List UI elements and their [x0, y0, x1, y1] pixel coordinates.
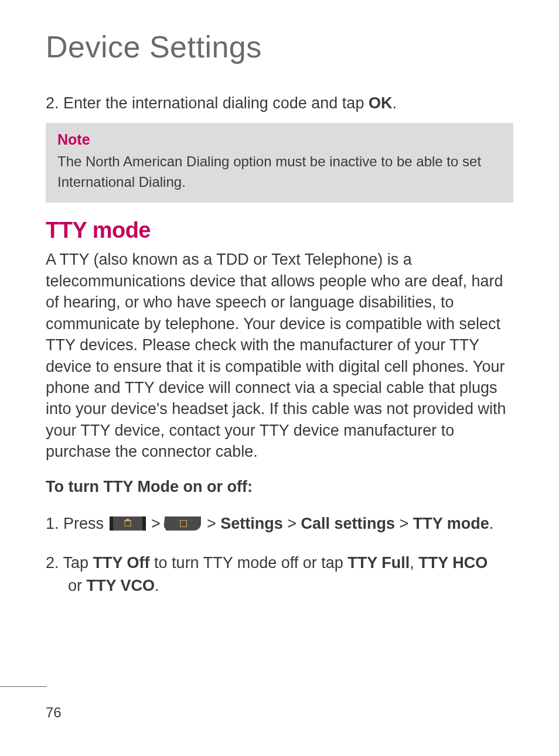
step-2-t2: to turn TTY mode off or tap — [150, 554, 348, 572]
tty-body-text: A TTY (also known as a TDD or Text Telep… — [46, 249, 513, 462]
footer-divider — [0, 686, 47, 687]
step-2-tty-full: TTY Full — [347, 554, 410, 572]
section-heading-tty: TTY mode — [46, 218, 513, 243]
intro-step: 2. Enter the international dialing code … — [46, 93, 513, 115]
step-1-sep1: > — [151, 515, 165, 532]
step-2-t4: or — [68, 577, 87, 594]
step-1-press: Press — [59, 515, 108, 532]
note-body: The North American Dialing option must b… — [57, 152, 502, 193]
step-2-number: 2. — [46, 554, 59, 572]
step-1-number: 1. — [46, 515, 59, 532]
step-2-t3: , — [410, 554, 418, 572]
intro-step-number: 2. — [46, 94, 59, 112]
step-1-sep3: > — [283, 515, 301, 532]
step-2: 2. Tap TTY Off to turn TTY mode off or t… — [46, 552, 513, 597]
note-box: Note The North American Dialing option m… — [46, 123, 513, 203]
step-1-sep2: > — [207, 515, 220, 532]
intro-step-after: . — [392, 94, 397, 112]
step-2-t5: . — [155, 577, 159, 594]
step-1-end: . — [489, 515, 494, 532]
step-1: 1. Press > > Settings > Call settings > … — [46, 512, 513, 535]
sub-heading-tty-toggle: To turn TTY Mode on or off: — [46, 478, 513, 496]
step-2-t1: Tap — [59, 554, 93, 572]
menu-key-icon — [166, 516, 201, 531]
note-title: Note — [57, 131, 502, 148]
step-1-call-settings: Call settings — [301, 515, 395, 532]
step-1-tty-mode: TTY mode — [413, 515, 489, 532]
step-1-settings: Settings — [220, 515, 283, 532]
intro-step-bold: OK — [369, 94, 393, 112]
page-title: Device Settings — [46, 29, 513, 64]
home-key-icon — [110, 516, 146, 531]
step-1-sep4: > — [395, 515, 413, 532]
step-2-tty-vco: TTY VCO — [87, 577, 155, 594]
page-number: 76 — [46, 704, 62, 721]
step-2-tty-hco: TTY HCO — [418, 554, 488, 572]
step-2-tty-off: TTY Off — [93, 554, 150, 572]
intro-step-text: Enter the international dialing code and… — [59, 94, 369, 112]
